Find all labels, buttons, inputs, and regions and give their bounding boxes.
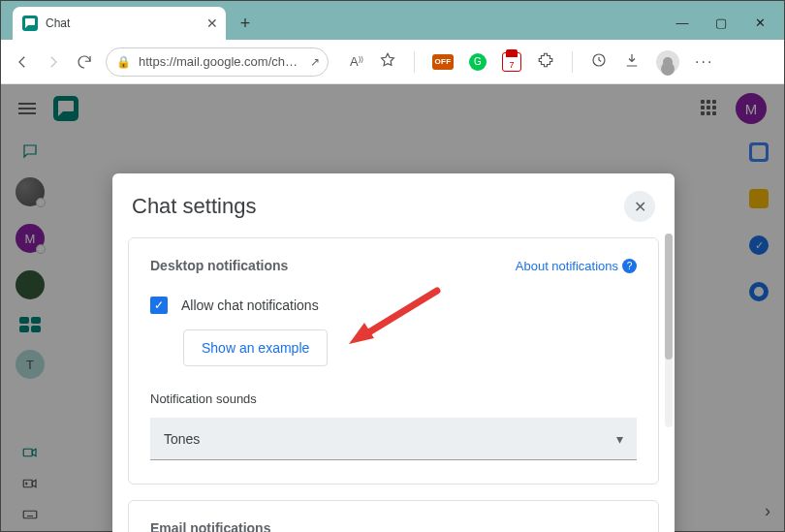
more-icon[interactable]: ··· (695, 53, 713, 71)
allow-notifications-row: ✓ Allow chat notifications (150, 297, 637, 314)
window-controls: — ▢ ✕ (675, 16, 784, 40)
modal-title: Chat settings (132, 194, 256, 219)
window-close-button[interactable]: ✕ (753, 16, 767, 30)
forward-button (44, 52, 63, 72)
back-button[interactable] (13, 52, 32, 72)
modal-body: Desktop notifications About notification… (112, 232, 675, 532)
browser-toolbar: 🔒 https://mail.google.com/ch… ↗ A)) OFF … (1, 40, 784, 84)
extension-shield-icon[interactable]: 7 (502, 52, 521, 72)
chat-settings-modal: Chat settings ✕ Desktop notifications Ab… (112, 173, 675, 532)
chevron-down-icon: ▾ (616, 431, 623, 447)
separator (572, 51, 573, 73)
refresh-button[interactable] (75, 52, 94, 72)
chat-app: M M T › Chat settings ✕ (1, 84, 784, 531)
window-minimize-button[interactable]: — (675, 16, 689, 30)
extension-off-badge[interactable]: OFF (432, 54, 454, 70)
notification-sounds-value: Tones (164, 431, 200, 447)
window-maximize-button[interactable]: ▢ (714, 16, 728, 30)
browser-profile-icon[interactable] (656, 50, 679, 74)
scrollbar-thumb[interactable] (665, 234, 673, 360)
browser-titlebar: Chat ✕ + — ▢ ✕ (1, 1, 784, 40)
modal-header: Chat settings ✕ (112, 173, 675, 232)
url-text: https://mail.google.com/ch… (139, 54, 298, 69)
history-icon[interactable] (590, 51, 608, 73)
downloads-icon[interactable] (623, 51, 641, 73)
email-notifications-section: Email notifications Receive an email if … (128, 500, 659, 532)
desktop-notifications-section: Desktop notifications About notification… (128, 237, 659, 485)
grammarly-icon[interactable]: G (469, 53, 487, 71)
browser-tab[interactable]: Chat ✕ (13, 7, 226, 40)
about-notifications-link[interactable]: About notifications ? (516, 259, 637, 273)
notification-sounds-select[interactable]: Tones ▾ (150, 418, 637, 460)
tab-title: Chat (46, 16, 70, 30)
allow-notifications-label: Allow chat notifications (181, 297, 319, 313)
chat-favicon-icon (22, 16, 38, 31)
about-notifications-label: About notifications (516, 259, 618, 273)
allow-notifications-checkbox[interactable]: ✓ (150, 297, 168, 314)
browser-window: Chat ✕ + — ▢ ✕ 🔒 https://mail.google.com… (0, 0, 785, 532)
section-title: Email notifications (150, 520, 637, 532)
modal-close-button[interactable]: ✕ (624, 191, 655, 222)
address-bar[interactable]: 🔒 https://mail.google.com/ch… ↗ (106, 47, 329, 77)
extensions-icon[interactable] (537, 51, 554, 73)
lock-icon: 🔒 (116, 55, 131, 69)
open-external-icon[interactable]: ↗ (310, 55, 320, 69)
notification-sounds-label: Notification sounds (150, 391, 637, 406)
new-tab-button[interactable]: + (232, 10, 259, 37)
help-icon: ? (622, 259, 637, 273)
show-example-button[interactable]: Show an example (183, 329, 328, 366)
section-title: Desktop notifications (150, 258, 288, 273)
read-aloud-icon[interactable]: A)) (350, 54, 363, 69)
tab-close-icon[interactable]: ✕ (206, 16, 218, 31)
separator (414, 51, 415, 73)
favorites-icon[interactable] (379, 51, 396, 73)
